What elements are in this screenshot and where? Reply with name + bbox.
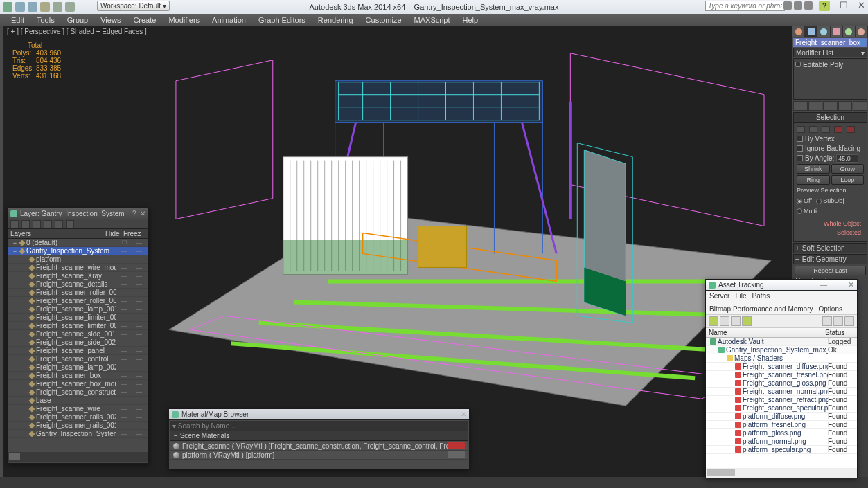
asset-close-icon[interactable]: ✕	[848, 280, 854, 289]
asset-row[interactable]: Freight_scanner_refract.pngFound	[706, 396, 857, 404]
tab-display[interactable]	[843, 26, 856, 37]
asset-row[interactable]: platform_fresnel.pngFound	[706, 421, 857, 429]
delete-layer-icon[interactable]	[21, 220, 30, 228]
asset-row[interactable]: Freight_scanner_normal.pngFound	[706, 388, 857, 396]
tab-hierarchy[interactable]	[817, 26, 830, 37]
object-color-swatch[interactable]	[860, 39, 865, 46]
asset-row[interactable]: platform_specular.pngFound	[706, 446, 857, 454]
object-name-field[interactable]: Freight_scanner_box	[793, 38, 867, 47]
layer-row[interactable]: Freight_scanner_box——	[8, 372, 148, 380]
material-search[interactable]: ▾ Search by Name ...	[170, 421, 468, 431]
ignore-backfacing-checkbox[interactable]	[797, 145, 803, 152]
layer-row[interactable]: platform——	[8, 255, 148, 264]
asset-row[interactable]: platform_normal.pngFound	[706, 437, 857, 446]
layer-tree[interactable]: −0 (default)☐—−Gantry_Inspection_System—…	[8, 239, 148, 452]
highlight-icon[interactable]	[55, 220, 63, 228]
preview-off-radio[interactable]	[797, 199, 802, 204]
layer-row[interactable]: Freight_scanne_details——	[8, 280, 148, 289]
layer-row[interactable]: −0 (default)☐—	[8, 239, 148, 247]
maximize-icon[interactable]: ☐	[840, 0, 848, 10]
pin-stack-icon[interactable]	[793, 101, 808, 111]
sign-in-icon[interactable]	[783, 1, 792, 10]
layer-row[interactable]: Freight_scanner_box_mount——	[8, 380, 148, 388]
layer-row[interactable]: Freight_scanne_wire——	[8, 405, 148, 413]
asset-view3-icon[interactable]	[742, 316, 752, 326]
layer-row[interactable]: Freight_scanne_panel——	[8, 347, 148, 355]
material-close-icon[interactable]: ✕	[461, 410, 466, 418]
menu-edit[interactable]: Edit	[6, 16, 30, 24]
layer-row[interactable]: Freight_scanne_Xray——	[8, 272, 148, 280]
polygon-icon[interactable]	[834, 126, 842, 133]
element-icon[interactable]	[847, 126, 855, 133]
rollout-edit-geometry[interactable]: −Edit Geometry	[793, 254, 867, 264]
layer-row[interactable]: Freight_scanne_wire_mount——	[8, 264, 148, 272]
loop-button[interactable]: Loop	[831, 175, 865, 185]
tab-create[interactable]	[792, 26, 805, 37]
configure-icon[interactable]	[853, 101, 867, 111]
asset-row[interactable]: Autodesk VaultLogged	[706, 338, 857, 346]
menu-views[interactable]: Views	[95, 16, 126, 24]
angle-spinner[interactable]	[836, 154, 858, 163]
stack-item[interactable]: Editable Poly	[803, 61, 843, 69]
by-vertex-checkbox[interactable]	[797, 136, 803, 142]
layer-row[interactable]: Freight_scanne_side_002——	[8, 338, 148, 347]
asset-menu-bitmap-performance-and-memory[interactable]: Bitmap Performance and Memory	[709, 305, 813, 313]
asset-row[interactable]: Freight_scanner_fresnel.pngFound	[706, 371, 857, 379]
grow-button[interactable]: Grow	[831, 164, 865, 174]
layer-row[interactable]: Freight_scanner_rails_002——	[8, 413, 148, 422]
stack-toggle-icon[interactable]	[795, 62, 801, 67]
layer-row[interactable]: Freight_scanne_construction——	[8, 388, 148, 397]
add-to-layer-icon[interactable]	[33, 220, 41, 228]
asset-hscroll[interactable]	[706, 468, 857, 478]
ring-button[interactable]: Ring	[797, 175, 830, 185]
layer-row[interactable]: base——	[8, 397, 148, 405]
menu-tools[interactable]: Tools	[31, 16, 60, 24]
modifier-list-dropdown[interactable]: Modifier List▾	[793, 48, 867, 57]
border-icon[interactable]	[822, 126, 830, 133]
vertex-icon[interactable]	[797, 126, 805, 133]
show-end-icon[interactable]	[808, 101, 823, 111]
layer-row[interactable]: Freight_scanne_lamp_001——	[8, 305, 148, 314]
asset-menu-server[interactable]: Server	[709, 292, 729, 300]
repeat-last-button[interactable]: Repeat Last	[795, 266, 866, 275]
menu-rendering[interactable]: Rendering	[312, 16, 359, 24]
asset-min-icon[interactable]: —	[820, 280, 827, 289]
asset-view1-icon[interactable]	[720, 316, 729, 326]
new-layer-icon[interactable]	[10, 220, 19, 228]
menu-help[interactable]: Help	[457, 16, 484, 24]
material-row[interactable]: platform ( VRayMtl ) [platform]	[170, 451, 468, 460]
tab-motion[interactable]	[831, 26, 843, 37]
layer-row[interactable]: Freight_scanner_rails_001——	[8, 422, 148, 430]
asset-help-icon[interactable]	[833, 316, 843, 326]
menu-customize[interactable]: Customize	[360, 16, 407, 24]
preview-subobj-radio[interactable]	[816, 199, 822, 204]
close-icon[interactable]: ✕	[858, 0, 865, 10]
tab-modify[interactable]	[805, 26, 817, 37]
asset-menu-file[interactable]: File	[735, 292, 746, 300]
asset-row[interactable]: Freight_scanner_specular.pngFound	[706, 404, 857, 413]
asset-window-header[interactable]: Asset Tracking—☐✕	[706, 280, 857, 291]
search-input[interactable]	[705, 1, 785, 11]
material-window-header[interactable]: Material/Map Browser✕	[169, 409, 469, 420]
menu-modifiers[interactable]: Modifiers	[163, 16, 205, 24]
layer-row[interactable]: Gantry_Inspection_System——	[8, 430, 148, 438]
asset-row[interactable]: platform_gloss.pngFound	[706, 429, 857, 437]
unique-icon[interactable]	[823, 101, 838, 111]
tab-utilities[interactable]	[856, 26, 868, 37]
layer-hscroll[interactable]	[8, 452, 148, 462]
asset-row[interactable]: Freight_scanner_diffuse.pngFound	[706, 363, 857, 371]
layer-row[interactable]: Freight_scanne_limiter_002——	[8, 322, 148, 330]
layer-row[interactable]: Freight_scanner_roller_002——	[8, 289, 148, 297]
edge-icon[interactable]	[809, 126, 817, 133]
asset-row[interactable]: Freight_scanner_gloss.pngFound	[706, 379, 857, 388]
exchange-icon[interactable]	[794, 1, 802, 10]
select-layer-icon[interactable]	[44, 220, 52, 228]
asset-menu-paths[interactable]: Paths	[752, 292, 770, 300]
menu-animation[interactable]: Animation	[206, 16, 251, 24]
layer-window-header[interactable]: Layer: Gantry_Inspection_System? ✕	[8, 208, 148, 219]
layer-row[interactable]: Freight_scanne_side_001——	[8, 330, 148, 338]
material-row[interactable]: Freight_scanne ( VRayMtl ) [Freight_scan…	[170, 442, 468, 451]
asset-refresh-icon[interactable]	[709, 316, 718, 326]
layer-row[interactable]: Freight_scanne_limiter_001——	[8, 314, 148, 322]
menu-create[interactable]: Create	[127, 16, 161, 24]
